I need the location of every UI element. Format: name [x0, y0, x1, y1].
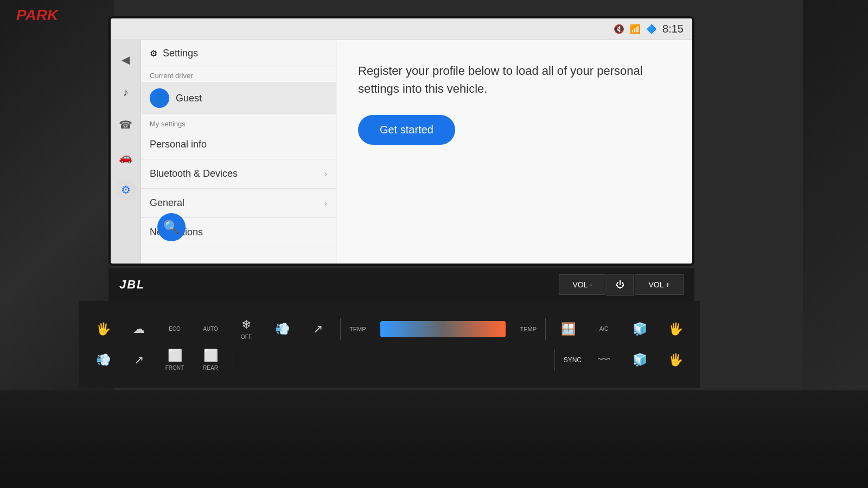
settings-gear-icon: ⚙ — [150, 48, 157, 59]
car-bottom — [0, 390, 868, 488]
get-started-button[interactable]: Get started — [358, 115, 455, 145]
guest-name: Guest — [176, 93, 202, 104]
divider — [340, 318, 341, 340]
climate-ac[interactable]: A/C — [590, 326, 617, 332]
climate-rear[interactable]: ⬜ REAR — [197, 349, 224, 371]
clock: 8:15 — [662, 23, 684, 35]
eco-label: ECO — [169, 326, 181, 332]
climate-fan2[interactable]: 💨 — [90, 353, 117, 367]
vol-plus-button[interactable]: VOL + — [635, 274, 684, 295]
content-panel: Register your profile below to load all … — [336, 40, 692, 264]
guest-avatar-icon: 👤 — [154, 92, 165, 104]
bluetooth-icon: 🔷 — [646, 24, 657, 34]
nav-icon-car[interactable]: 🚗 — [115, 146, 137, 168]
seat-cool-icon: 🧊 — [633, 353, 647, 367]
content-description: Register your profile below to load all … — [358, 62, 671, 98]
seat-heat-right-icon: 🖐 — [668, 322, 683, 336]
nav-icon-navigation[interactable]: ◀ — [115, 49, 137, 70]
control-panel: JBL VOL - ⏻ VOL + — [108, 268, 694, 301]
personal-info-label: Personal info — [150, 139, 207, 150]
front-label: FRONT — [165, 365, 184, 371]
search-button[interactable]: 🔍 — [157, 213, 186, 241]
climate-eco[interactable]: ECO — [161, 326, 188, 332]
vol-minus-button[interactable]: VOL - — [559, 274, 605, 295]
nav-icon-music[interactable]: ♪ — [115, 81, 137, 103]
divider2 — [545, 318, 546, 340]
guest-avatar: 👤 — [150, 88, 169, 108]
climate-defrost[interactable]: 🪟 — [554, 322, 582, 336]
temp-slider[interactable] — [380, 321, 506, 337]
power-button[interactable]: ⏻ — [607, 274, 634, 296]
climate-seat-cool[interactable]: 🧊 — [626, 353, 653, 367]
rear-icon: ⬜ — [203, 349, 218, 363]
main-area: ◀ ♪ ☎ 🚗 ⚙ ⚙ Settings Current driver 👤 Gu… — [111, 40, 692, 264]
nav-icon-phone[interactable]: ☎ — [115, 114, 137, 136]
current-driver-label: Current driver — [141, 67, 336, 82]
chevron-right-icon-general: › — [324, 198, 327, 208]
climate-steering-heat[interactable]: ☁ — [125, 322, 152, 336]
climate-bottom-row: 💨 ↗ ⬜ FRONT ⬜ REAR SYNC 〰 🧊 — [90, 349, 689, 371]
defrost-icon: 🪟 — [561, 322, 576, 336]
seat-right2-icon: 🖐 — [668, 353, 683, 367]
vent2-icon: ↗ — [134, 353, 144, 367]
front-icon: ⬜ — [168, 349, 182, 363]
volume-mute-icon: 🔇 — [614, 24, 624, 34]
park-indicator: PARK — [16, 7, 58, 24]
climate-seat-right2[interactable]: 🖐 — [662, 353, 689, 367]
auto-label: AUTO — [203, 326, 218, 332]
steering-heat-icon: ☁ — [133, 322, 145, 336]
seat-heat-left-icon: 🖐 — [96, 322, 111, 336]
climate-fan-speed[interactable]: 💨 — [269, 322, 296, 336]
settings-header: ⚙ Settings — [141, 40, 336, 67]
climate-vent-direction[interactable]: ↗ — [304, 322, 331, 336]
sync-button[interactable]: SYNC — [564, 356, 582, 364]
climate-front[interactable]: ⬜ FRONT — [161, 349, 188, 371]
fan-off-icon: ❄ — [241, 318, 251, 332]
volume-controls: VOL - ⏻ VOL + — [559, 274, 684, 296]
climate-top-row: 🖐 ☁ ECO AUTO ❄ OFF 💨 ↗ TEMP — [90, 318, 689, 340]
signal-icon: 📶 — [630, 24, 641, 34]
climate-seat-heat-right[interactable]: 🖐 — [662, 322, 689, 336]
temp-label-right: TEMP — [520, 326, 537, 332]
guest-item[interactable]: 👤 Guest — [141, 82, 336, 114]
nav-icon-settings[interactable]: ⚙ — [115, 179, 137, 201]
rear-heat-icon: 〰 — [598, 353, 610, 367]
my-settings-label: My settings — [141, 114, 336, 130]
fan2-icon: 💨 — [96, 353, 111, 367]
jbl-logo: JBL — [119, 278, 145, 292]
settings-title: Settings — [163, 48, 198, 59]
general-label: General — [150, 197, 184, 209]
vent-icon: ↗ — [313, 322, 323, 336]
fan-icon: 💨 — [275, 322, 290, 336]
climate-ac-max[interactable]: 🧊 — [626, 322, 653, 336]
climate-seat-heat-left[interactable]: 🖐 — [90, 322, 117, 336]
menu-item-personal-info[interactable]: Personal info — [141, 130, 336, 159]
screen: 🔇 📶 🔷 8:15 ◀ ♪ ☎ 🚗 ⚙ ⚙ Settings Current — [111, 18, 692, 264]
divider4 — [554, 349, 555, 371]
menu-item-bluetooth[interactable]: Bluetooth & Devices › — [141, 159, 336, 189]
screen-bezel: 🔇 📶 🔷 8:15 ◀ ♪ ☎ 🚗 ⚙ ⚙ Settings Current — [108, 16, 694, 266]
rear-label: REAR — [203, 365, 218, 371]
ac-max-icon: 🧊 — [633, 322, 647, 336]
off-label: OFF — [241, 334, 252, 340]
climate-vent2[interactable]: ↗ — [125, 353, 152, 367]
bluetooth-devices-label: Bluetooth & Devices — [150, 168, 238, 179]
divider3 — [233, 349, 233, 371]
chevron-right-icon: › — [324, 169, 327, 179]
ac-label: A/C — [599, 326, 609, 332]
climate-controls-row: 🖐 ☁ ECO AUTO ❄ OFF 💨 ↗ TEMP — [90, 318, 689, 371]
sidebar-icons: ◀ ♪ ☎ 🚗 ⚙ — [111, 40, 141, 264]
climate-panel: 🖐 ☁ ECO AUTO ❄ OFF 💨 ↗ TEMP — [79, 301, 700, 388]
climate-fan-off[interactable]: ❄ OFF — [233, 318, 260, 340]
climate-rear-heat[interactable]: 〰 — [590, 353, 617, 367]
climate-auto[interactable]: AUTO — [197, 326, 224, 332]
status-bar: 🔇 📶 🔷 8:15 — [111, 18, 692, 40]
temp-label-left: TEMP — [349, 326, 366, 332]
